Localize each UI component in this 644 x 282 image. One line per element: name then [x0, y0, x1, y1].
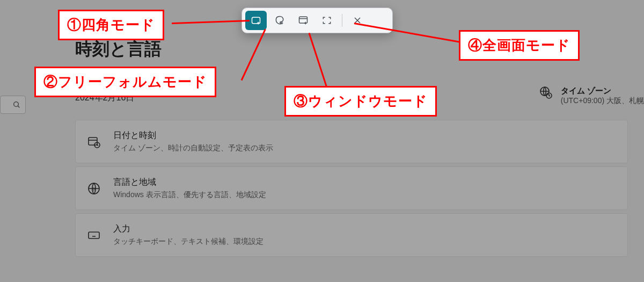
close-button[interactable]: [347, 11, 368, 30]
globe-clock-icon: [539, 86, 552, 99]
settings-cards: 日付と時刻 タイム ゾーン、時計の自動設定、予定表の表示 字 言語と地域 Win…: [75, 120, 628, 257]
card-sub: タイム ゾーン、時計の自動設定、予定表の表示: [113, 143, 273, 153]
freeform-mode-button[interactable]: [269, 11, 290, 30]
card-sub: Windows 表示言語、優先する言語、地域設定: [113, 190, 266, 200]
search-icon: [12, 100, 21, 109]
window-snip-icon: [298, 15, 309, 26]
search-input[interactable]: [0, 96, 26, 114]
fullscreen-mode-button[interactable]: [316, 11, 338, 30]
freeform-snip-icon: [274, 15, 285, 26]
timezone-block[interactable]: タイム ゾーン (UTC+09:00) 大阪、札幌: [539, 86, 644, 106]
annotation-3: ③ウィンドウモード: [284, 86, 437, 117]
calendar-clock-icon: [87, 135, 100, 148]
fullscreen-snip-icon: [321, 15, 332, 26]
card-title: 日付と時刻: [113, 130, 273, 141]
card-sub: タッチキーボード、テキスト候補、環境設定: [113, 237, 264, 247]
card-date-time[interactable]: 日付と時刻 タイム ゾーン、時計の自動設定、予定表の表示: [75, 120, 628, 163]
annotation-4: ④全画面モード: [459, 30, 580, 61]
annotation-1: ①四角モード: [58, 10, 164, 40]
timezone-title: タイム ゾーン: [561, 86, 644, 96]
svg-rect-10: [299, 17, 308, 23]
window-mode-button[interactable]: [292, 11, 314, 30]
svg-rect-4: [89, 138, 97, 145]
svg-line-1: [18, 106, 19, 107]
rectangle-snip-icon: [251, 15, 261, 26]
language-icon: 字: [87, 182, 100, 195]
card-language-region[interactable]: 字 言語と地域 Windows 表示言語、優先する言語、地域設定: [75, 167, 628, 210]
card-title: 言語と地域: [113, 177, 266, 188]
svg-text:字: 字: [92, 187, 96, 192]
card-input[interactable]: 入力 タッチキーボード、テキスト候補、環境設定: [75, 213, 628, 257]
timezone-value: (UTC+09:00) 大阪、札幌: [561, 96, 644, 106]
keyboard-icon: [87, 229, 100, 242]
svg-rect-8: [89, 232, 99, 238]
annotation-2: ②フリーフォルムモード: [34, 67, 216, 97]
toolbar-separator: [342, 14, 342, 27]
card-title: 入力: [113, 223, 264, 235]
svg-rect-9: [252, 17, 260, 24]
